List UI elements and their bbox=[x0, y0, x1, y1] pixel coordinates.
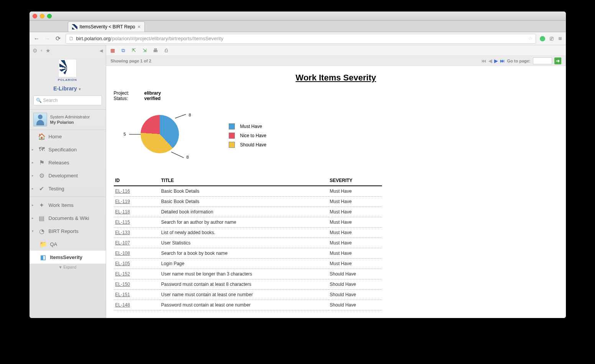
cast-icon[interactable]: ⎚ bbox=[550, 35, 554, 42]
cell-severity: Should Have bbox=[328, 279, 382, 290]
cell-id: EL-108 bbox=[114, 248, 160, 259]
cell-title: User Statistics bbox=[160, 238, 328, 248]
extension-icon[interactable] bbox=[540, 36, 545, 41]
home-icon: 🏠 bbox=[38, 133, 46, 140]
work-item-link[interactable]: EL-107 bbox=[115, 240, 130, 246]
user-block[interactable]: System Administrator My Polarion bbox=[30, 109, 106, 130]
back-button[interactable]: ← bbox=[33, 35, 40, 42]
logo-text: POLARION bbox=[30, 78, 106, 82]
sidebar-item-birt-reports[interactable]: ▾◔ BIRT Reports bbox=[30, 225, 106, 238]
work-item-link[interactable]: EL-115 bbox=[115, 220, 130, 225]
parameters-icon[interactable]: ⧉ bbox=[120, 47, 127, 54]
main-panel: ▦ ⧉ ⇱ ⇲ 🖶 ⎙ Showing page 1 of 2 ⏮ ◀ ▶ ⏭ … bbox=[106, 45, 566, 318]
cell-id: EL-133 bbox=[114, 228, 160, 238]
folder-icon: 📁 bbox=[39, 240, 47, 248]
table-row: EL-133List of newly added books.Must Hav… bbox=[114, 228, 382, 238]
menu-icon[interactable]: ≡ bbox=[558, 35, 562, 42]
cell-title: Password must contain at least 8 charact… bbox=[160, 279, 328, 290]
expand-toggle[interactable]: ▼ Expand bbox=[30, 264, 106, 271]
toc-icon[interactable]: ▦ bbox=[109, 47, 116, 54]
cell-title: Login Page bbox=[160, 259, 328, 269]
url-host: birt.polarion.org bbox=[76, 36, 111, 41]
work-item-link[interactable]: EL-108 bbox=[115, 251, 130, 256]
browser-tab[interactable]: ItemsSeverity < BIRT Repo × bbox=[68, 21, 145, 32]
work-item-link[interactable]: EL-119 bbox=[115, 199, 130, 204]
cell-id: EL-105 bbox=[114, 259, 160, 269]
sidebar-item-development[interactable]: ▸⚙ Development bbox=[30, 169, 106, 182]
goto-page-input[interactable] bbox=[533, 57, 552, 64]
collapse-sidebar-icon[interactable]: ◀ bbox=[100, 48, 103, 53]
cell-id: EL-152 bbox=[114, 269, 160, 279]
col-title: TITLE bbox=[160, 175, 328, 186]
cell-title: Search for a book by book name bbox=[160, 248, 328, 259]
print-icon[interactable]: 🖶 bbox=[152, 47, 159, 54]
next-page-icon[interactable]: ▶ bbox=[494, 58, 498, 64]
gears-icon: ⚙ bbox=[38, 172, 46, 179]
divider bbox=[30, 197, 106, 197]
prev-page-icon[interactable]: ◀ bbox=[488, 58, 492, 64]
zoom-window-icon[interactable] bbox=[47, 14, 52, 18]
work-item-link[interactable]: EL-148 bbox=[115, 302, 130, 308]
cell-severity: Must Have bbox=[328, 197, 382, 207]
sidebar: ⚙ ▾ ★ ◀ POLARION E-Library▼ 🔍 Search Sys… bbox=[30, 45, 106, 318]
search-input[interactable]: 🔍 Search bbox=[33, 95, 102, 105]
work-item-link[interactable]: EL-150 bbox=[115, 282, 130, 287]
star-icon[interactable]: ★ bbox=[46, 48, 51, 54]
sidebar-item-home[interactable]: 🏠 Home bbox=[30, 130, 106, 143]
work-item-link[interactable]: EL-133 bbox=[115, 230, 130, 235]
cell-severity: Must Have bbox=[328, 217, 382, 228]
legend-swatch-must bbox=[229, 123, 235, 130]
sidebar-item-items-severity[interactable]: ◧ ItemsSeverity bbox=[30, 251, 106, 264]
user-text: System Administrator My Polarion bbox=[50, 114, 90, 125]
sidebar-item-releases[interactable]: ▸⚑ Releases bbox=[30, 156, 106, 169]
sidebar-item-testing[interactable]: ▸✔ Testing bbox=[30, 182, 106, 195]
minimize-window-icon[interactable] bbox=[40, 14, 44, 18]
titlebar bbox=[30, 11, 566, 21]
legend-swatch-should bbox=[229, 142, 235, 148]
pie-label-must: 8 bbox=[189, 113, 191, 117]
flag-icon: ⚑ bbox=[38, 159, 46, 166]
work-item-link[interactable]: EL-152 bbox=[115, 271, 130, 277]
report-title: Work Items Severity bbox=[114, 73, 558, 83]
work-item-link[interactable]: EL-116 bbox=[115, 189, 130, 194]
project-selector[interactable]: E-Library▼ bbox=[30, 83, 106, 95]
work-item-link[interactable]: EL-151 bbox=[115, 292, 130, 297]
browser-tabs: ItemsSeverity < BIRT Repo × bbox=[30, 21, 566, 32]
window-controls bbox=[33, 14, 52, 18]
puzzle-icon: ✦ bbox=[38, 201, 46, 209]
print-server-icon[interactable]: ⎙ bbox=[163, 47, 170, 54]
logo-block: POLARION bbox=[30, 56, 106, 83]
last-page-icon[interactable]: ⏭ bbox=[500, 58, 505, 64]
gear-icon[interactable]: ⚙ bbox=[33, 48, 38, 54]
sidebar-item-documents-wiki[interactable]: ▸▤ Documents & Wiki bbox=[30, 212, 106, 225]
address-bar: ← → ⟳ 🗋 birt.polarion.org /polarion/#/pr… bbox=[30, 32, 566, 45]
cell-title: User name must be longer than 3 characte… bbox=[160, 269, 328, 279]
url-input[interactable]: 🗋 birt.polarion.org /polarion/#/project/… bbox=[66, 34, 536, 44]
report-body: Work Items Severity Project: elibrary St… bbox=[106, 66, 566, 318]
bookmark-star-icon[interactable]: ☆ bbox=[528, 36, 533, 41]
table-row: EL-108Search for a book by book nameMust… bbox=[114, 248, 382, 259]
work-item-link[interactable]: EL-105 bbox=[115, 261, 130, 266]
report-icon: ◧ bbox=[39, 253, 47, 261]
cell-id: EL-118 bbox=[114, 207, 160, 217]
goto-page-button[interactable]: ➜ bbox=[554, 57, 561, 64]
export-data-icon[interactable]: ⇲ bbox=[141, 47, 148, 54]
cell-id: EL-150 bbox=[114, 279, 160, 290]
reload-button[interactable]: ⟳ bbox=[55, 35, 62, 42]
work-item-link[interactable]: EL-118 bbox=[115, 209, 130, 215]
sidebar-item-qa[interactable]: 📁 QA bbox=[30, 238, 106, 251]
url-path: /polarion/#/project/elibrary/birtreports… bbox=[111, 36, 223, 41]
cell-severity: Must Have bbox=[328, 238, 382, 248]
close-window-icon[interactable] bbox=[33, 14, 37, 18]
first-page-icon[interactable]: ⏮ bbox=[482, 58, 486, 64]
export-icon[interactable]: ⇱ bbox=[131, 47, 138, 54]
pie-label-should: 8 bbox=[187, 155, 189, 159]
sidebar-item-specification[interactable]: ▸🗺 Specification bbox=[30, 143, 106, 156]
cell-title: List of newly added books. bbox=[160, 228, 328, 238]
table-row: EL-119Basic Book DetailsMust Have bbox=[114, 197, 382, 207]
tab-close-icon[interactable]: × bbox=[138, 24, 141, 30]
cell-severity: Should Have bbox=[328, 269, 382, 279]
forward-button[interactable]: → bbox=[44, 35, 51, 42]
cell-severity: Must Have bbox=[328, 228, 382, 238]
sidebar-item-work-items[interactable]: ▸✦ Work Items bbox=[30, 198, 106, 212]
